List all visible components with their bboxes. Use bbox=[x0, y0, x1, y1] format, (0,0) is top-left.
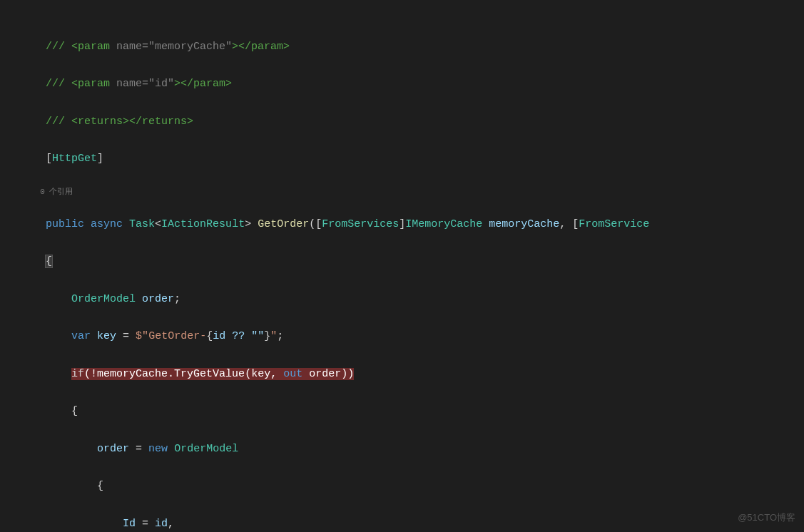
xml-doc: /// <param name="memoryCache"></param> bbox=[46, 41, 290, 53]
code-line[interactable]: var key = $"GetOrder-{id ?? ""}"; bbox=[7, 327, 804, 346]
xml-doc: /// <param name="id"></param> bbox=[46, 78, 232, 90]
highlighted-if-condition: if(!memoryCache.TryGetValue(key, out ord… bbox=[71, 368, 354, 380]
attribute-httpget: HttpGet bbox=[52, 153, 97, 165]
code-line[interactable]: /// <returns></returns> bbox=[7, 113, 804, 131]
code-line[interactable]: { bbox=[7, 252, 804, 271]
xml-doc: /// <returns></returns> bbox=[46, 116, 193, 128]
string-literal: $"GetOrder-{id ?? ""}" bbox=[136, 330, 277, 342]
code-line[interactable]: /// <param name="id"></param> bbox=[7, 75, 804, 93]
watermark-label: @51CTO博客 bbox=[738, 510, 795, 526]
code-editor[interactable]: /// <param name="memoryCache"></param> /… bbox=[0, 0, 804, 532]
code-line[interactable]: if(!memoryCache.TryGetValue(key, out ord… bbox=[7, 365, 804, 384]
code-line[interactable]: { bbox=[7, 477, 804, 496]
method-name: GetOrder bbox=[258, 218, 309, 230]
code-line[interactable]: { bbox=[7, 402, 804, 421]
code-line[interactable]: order = new OrderModel bbox=[7, 440, 804, 459]
code-line[interactable]: /// <param name="memoryCache"></param> bbox=[7, 38, 804, 56]
brace-open-highlight: { bbox=[46, 255, 52, 267]
code-line[interactable]: Id = id, bbox=[7, 515, 804, 532]
code-line[interactable]: OrderModel order; bbox=[7, 290, 804, 309]
code-line[interactable]: [HttpGet] bbox=[7, 150, 804, 168]
code-line[interactable]: public async Task<IActionResult> GetOrde… bbox=[7, 215, 804, 234]
codelens-references[interactable]: 0 个引用 bbox=[7, 188, 804, 197]
